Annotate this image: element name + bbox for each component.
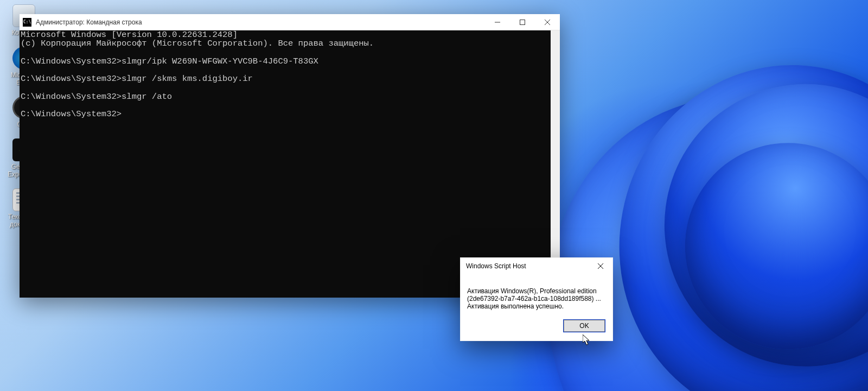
close-button[interactable] xyxy=(535,14,560,30)
dialog-title: Windows Script Host xyxy=(466,262,589,270)
svg-rect-0 xyxy=(520,20,525,24)
close-icon xyxy=(598,263,603,269)
cmd-titlebar[interactable]: C:\ Администратор: Командная строка xyxy=(20,14,560,30)
command-prompt-window: C:\ Администратор: Командная строка Micr… xyxy=(20,14,560,298)
dialog-text-line: Активация выполнена успешно. xyxy=(467,302,606,310)
dialog-text-line: Активация Windows(R), Professional editi… xyxy=(467,287,606,295)
cmd-window-title: Администратор: Командная строка xyxy=(36,18,485,26)
maximize-icon xyxy=(520,20,525,25)
cmd-app-icon: C:\ xyxy=(23,18,31,27)
minimize-button[interactable] xyxy=(485,14,510,30)
close-icon xyxy=(545,20,550,25)
wsh-dialog: Windows Script Host Активация Windows(R)… xyxy=(460,257,613,341)
dialog-close-button[interactable] xyxy=(589,258,612,274)
dialog-text-line: (2de67392-b7a7-462a-b1ca-108dd189f588) .… xyxy=(467,295,606,302)
cmd-line: C:\Windows\System32>slmgr /ato xyxy=(21,92,172,102)
dialog-message: Активация Windows(R), Professional editi… xyxy=(461,274,612,314)
cmd-line: (c) Корпорация Майкрософт (Microsoft Cor… xyxy=(21,39,374,48)
minimize-icon xyxy=(495,20,500,25)
cmd-line: C:\Windows\System32>slmgr/ipk W269N-WFGW… xyxy=(21,56,318,66)
ok-button[interactable]: OK xyxy=(564,320,605,332)
dialog-button-row: OK xyxy=(461,314,612,340)
maximize-button[interactable] xyxy=(510,14,535,30)
cmd-line: C:\Windows\System32>slmgr /skms kms.digi… xyxy=(21,74,253,84)
dialog-titlebar[interactable]: Windows Script Host xyxy=(461,258,612,274)
cmd-line: C:\Windows\System32> xyxy=(21,109,122,119)
